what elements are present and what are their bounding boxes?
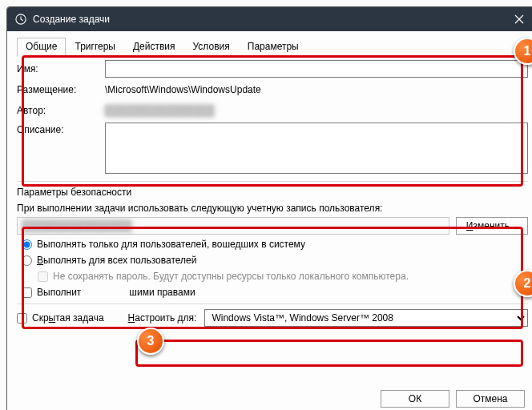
radio-all-users[interactable]: Выполнять для всех пользователей — [22, 254, 528, 267]
checkbox-highest-input[interactable] — [22, 287, 32, 298]
close-icon — [514, 14, 524, 24]
tab-parameters[interactable]: Параметры — [239, 38, 308, 56]
author-value: ████████████████ — [105, 105, 528, 116]
radio-loggedin-input[interactable] — [22, 239, 32, 250]
change-user-button[interactable]: Изменить... — [456, 217, 528, 235]
tab-conditions[interactable]: Условия — [184, 38, 239, 56]
clock-icon — [15, 14, 26, 25]
radio-loggedin-users[interactable]: Выполнять только для пользователей, воше… — [22, 238, 528, 251]
checkbox-hidden-input[interactable] — [17, 313, 27, 324]
description-input[interactable] — [105, 123, 528, 174]
checkbox-hidden-task[interactable]: Скрытая задача — [17, 312, 104, 324]
radio-all-input[interactable] — [22, 255, 32, 266]
client-area: Общие Триггеры Действия Условия Параметр… — [7, 31, 532, 410]
create-task-dialog: Создание задачи Общие Триггеры Действия … — [6, 6, 532, 410]
location-value: \Microsoft\Windows\WindowsUpdate — [105, 84, 528, 95]
security-section-title: Параметры безопасности — [17, 187, 528, 198]
account-field: ████████████████ — [17, 217, 449, 235]
name-label: Имя: — [17, 63, 105, 74]
location-label: Размещение: — [17, 84, 105, 95]
cancel-button[interactable]: Отмена — [456, 390, 525, 408]
tabstrip: Общие Триггеры Действия Условия Параметр… — [17, 38, 528, 57]
tab-triggers[interactable]: Триггеры — [66, 38, 124, 56]
tab-general[interactable]: Общие — [17, 38, 66, 57]
use-account-label: При выполнении задачи использовать следу… — [17, 203, 528, 214]
name-input[interactable] — [105, 60, 528, 78]
checkbox-highest-privileges[interactable]: Выполнить с наивысшими правами — [22, 286, 528, 299]
checkbox-dont-save-input — [38, 271, 48, 282]
checkbox-dont-save-password: Не сохранять пароль. Будут доступны ресу… — [38, 270, 528, 283]
ok-button[interactable]: ОК — [381, 390, 449, 408]
window-title: Создание задачи — [33, 14, 110, 25]
author-label: Автор: — [17, 105, 105, 116]
tab-actions[interactable]: Действия — [124, 38, 184, 56]
titlebar: Создание задачи — [7, 7, 532, 31]
configure-for-label: Настроить для: — [128, 312, 197, 324]
window-close-button[interactable] — [501, 7, 532, 31]
configure-for-select[interactable]: Windows Vista™, Windows Server™ 2008 — [204, 309, 528, 327]
description-label: Описание: — [17, 123, 105, 135]
dialog-footer: ОК Отмена — [381, 390, 525, 408]
